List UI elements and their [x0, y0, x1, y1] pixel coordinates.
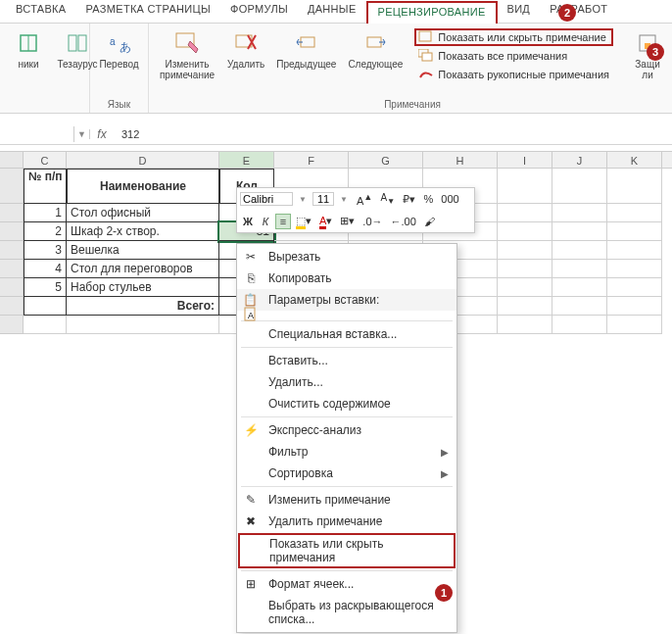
decrease-font-icon[interactable]: A▼ — [377, 191, 398, 207]
cell[interactable]: Стол для переговоров — [67, 260, 219, 278]
row-header[interactable] — [0, 260, 24, 278]
fill-color-icon[interactable]: ⬚▾ — [293, 214, 314, 228]
paste-icon: A — [243, 307, 259, 322]
bold-button[interactable]: Ж — [240, 215, 256, 228]
fx-button[interactable]: fx — [90, 127, 114, 141]
menu-paste-option[interactable]: A — [237, 311, 456, 318]
tab-developer[interactable]: РАЗРАБОТ — [540, 0, 617, 23]
increase-font-icon[interactable]: A▲ — [354, 191, 375, 208]
cell[interactable]: 3 — [24, 241, 67, 260]
formula-value[interactable]: 312 — [114, 126, 147, 142]
menu-filter[interactable]: Фильтр▶ — [237, 441, 456, 463]
comma-format-button[interactable]: 000 — [438, 192, 461, 206]
decrease-decimal-icon[interactable]: .0→ — [360, 215, 385, 228]
ribbon-prev-comment[interactable]: Предыдущее — [270, 25, 342, 73]
font-color-icon[interactable]: A▾ — [316, 214, 335, 228]
delete-comment-icon — [232, 29, 260, 57]
cell[interactable]: 1 — [24, 204, 67, 222]
tab-review[interactable]: РЕЦЕНЗИРОВАНИЕ — [366, 1, 498, 24]
cell[interactable]: Вешелка — [67, 241, 219, 260]
col-header[interactable]: C — [24, 152, 67, 168]
menu-delete[interactable]: Удалить... — [237, 371, 456, 393]
menu-quick-analysis[interactable]: ⚡Экспресс-анализ — [237, 419, 456, 441]
menu-insert[interactable]: Вставить... — [237, 350, 456, 371]
menu-cut[interactable]: ✂Вырезать — [237, 246, 456, 268]
row-header[interactable] — [0, 222, 24, 241]
comment-toggle-icon — [418, 30, 434, 44]
cell[interactable]: Набор стульев — [67, 278, 219, 297]
ribbon-show-ink[interactable]: Показать рукописные примечания — [414, 66, 613, 83]
format-painter-icon[interactable]: 🖌 — [421, 215, 438, 228]
mini-toolbar: ▼ ▼ A▲ A▼ ₽▾ % 000 Ж К ≡ ⬚▾ A▾ ⊞▾ .0→ ←.… — [236, 187, 475, 233]
menu-clear[interactable]: Очистить содержимое — [237, 393, 456, 415]
menu-paste-special[interactable]: Специальная вставка... — [237, 323, 456, 345]
row-header[interactable] — [0, 316, 24, 334]
cell[interactable] — [24, 297, 67, 316]
translate-icon: aあ — [106, 29, 133, 57]
ribbon-spelling[interactable]: ники — [4, 25, 53, 73]
row-header[interactable] — [0, 278, 24, 297]
table-header[interactable]: № п/п — [24, 169, 67, 204]
group-label-comments: Примечания — [153, 97, 672, 113]
cell[interactable]: 4 — [24, 260, 67, 278]
col-header[interactable]: K — [607, 152, 662, 168]
font-size-select[interactable] — [312, 192, 334, 206]
name-box-dropdown[interactable]: ▼ — [74, 129, 90, 139]
ribbon-delete-comment[interactable]: Удалить — [221, 25, 270, 73]
submenu-arrow-icon: ▶ — [441, 468, 449, 479]
callout-badge-3: 3 — [647, 43, 664, 61]
table-header[interactable]: Наименование — [67, 169, 219, 204]
cell[interactable]: 5 — [24, 278, 67, 297]
menu-sort[interactable]: Сортировка▶ — [237, 463, 456, 484]
col-header[interactable]: J — [552, 152, 607, 168]
ribbon-translate[interactable]: aあ Перевод — [94, 25, 144, 73]
menu-copy[interactable]: ⎘Копировать — [237, 268, 456, 289]
tab-formulas[interactable]: ФОРМУЛЫ — [220, 0, 298, 23]
ribbon: ники Тезаурус aあ Перевод Язык Изменить п… — [0, 24, 672, 114]
row-header[interactable] — [0, 297, 24, 316]
thesaurus-icon — [64, 29, 91, 57]
col-header[interactable]: D — [67, 152, 219, 168]
dropdown-icon[interactable]: ▼ — [295, 194, 311, 205]
ribbon-toggle-comment[interactable]: Показать или скрыть примечание — [414, 28, 613, 46]
svg-text:a: a — [110, 36, 116, 47]
cell[interactable]: Шкаф 2-х створ. — [67, 222, 219, 241]
tab-page-layout[interactable]: РАЗМЕТКА СТРАНИЦЫ — [75, 0, 220, 23]
ink-icon — [418, 68, 434, 81]
col-header[interactable]: F — [274, 152, 349, 168]
accounting-format-button[interactable]: ₽▾ — [400, 192, 418, 207]
col-header[interactable]: I — [498, 152, 552, 168]
ribbon-show-all-comments[interactable]: Показать все примечания — [414, 47, 613, 65]
cell[interactable]: 2 — [24, 222, 67, 241]
menu-pick-from-list[interactable]: Выбрать из раскрывающегося списка... — [237, 595, 456, 630]
col-header[interactable]: G — [349, 152, 423, 168]
ribbon-edit-comment[interactable]: Изменить примечание — [153, 25, 221, 84]
align-left-icon[interactable]: ≡ — [275, 214, 291, 229]
col-header[interactable]: E — [219, 152, 274, 168]
menu-toggle-comment[interactable]: Показать или скрыть примечания — [238, 533, 456, 568]
cell-total-label[interactable]: Всего: — [67, 297, 219, 316]
font-family-select[interactable] — [240, 192, 293, 206]
percent-format-button[interactable]: % — [420, 192, 436, 206]
row-header[interactable] — [0, 204, 24, 222]
ribbon-next-comment[interactable]: Следующее — [342, 25, 408, 73]
quick-analysis-icon: ⚡ — [243, 422, 259, 438]
callout-badge-2: 2 — [558, 4, 576, 22]
row-header[interactable] — [0, 241, 24, 260]
name-box[interactable] — [0, 126, 74, 142]
select-all-corner[interactable] — [0, 152, 24, 168]
dropdown-icon[interactable]: ▼ — [336, 194, 352, 205]
menu-paste-header: 📋Параметры вставки: — [237, 289, 456, 311]
tab-insert[interactable]: ВСТАВКА — [6, 0, 75, 23]
cell[interactable]: Стол офисный — [67, 204, 219, 222]
borders-icon[interactable]: ⊞▾ — [337, 214, 358, 228]
menu-edit-comment[interactable]: ✎Изменить примечание — [237, 489, 456, 511]
tab-data[interactable]: ДАННЫЕ — [298, 0, 366, 23]
increase-decimal-icon[interactable]: ←.00 — [388, 215, 419, 228]
row-header[interactable] — [0, 169, 24, 204]
menu-delete-comment[interactable]: ✖Удалить примечание — [237, 511, 456, 532]
tab-view[interactable]: ВИД — [498, 0, 541, 23]
italic-button[interactable]: К — [258, 215, 273, 228]
menu-format-cells[interactable]: ⊞Формат ячеек... — [237, 573, 456, 595]
col-header[interactable]: H — [423, 152, 498, 168]
